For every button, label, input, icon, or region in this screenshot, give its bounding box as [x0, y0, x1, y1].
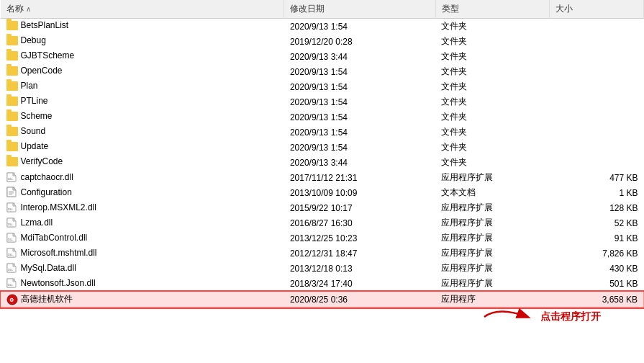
- table-row[interactable]: DLLcaptchaocr.dll2017/11/12 21:31应用程序扩展4…: [1, 170, 644, 185]
- file-size-cell: 128 KB: [549, 200, 644, 215]
- table-row[interactable]: DLLMdiTabControl.dll2013/12/25 10:23应用程序…: [1, 230, 644, 246]
- file-name-cell: BetsPlanList: [1, 19, 284, 32]
- table-row[interactable]: GJBTScheme2020/9/13 3:44文件夹: [1, 49, 644, 64]
- col-name-header[interactable]: 名称 ∧: [1, 0, 284, 19]
- table-row[interactable]: Update2020/9/13 1:54文件夹: [1, 140, 644, 155]
- dll-icon: DLL: [6, 171, 18, 183]
- file-type-cell: 文件夹: [435, 64, 549, 79]
- file-size-cell: [549, 94, 644, 109]
- file-modified-cell: 2013/12/25 10:23: [284, 230, 435, 246]
- table-row[interactable]: BetsPlanList2020/9/13 1:54文件夹: [1, 19, 644, 35]
- file-type-cell: 应用程序扩展: [435, 200, 549, 215]
- file-modified-cell: 2012/12/31 18:47: [284, 246, 435, 261]
- svg-text:⚙: ⚙: [9, 297, 14, 302]
- table-row[interactable]: VerifyCode2020/9/13 3:44文件夹: [1, 155, 644, 170]
- file-size-cell: [549, 79, 644, 94]
- file-modified-cell: 2020/9/13 1:54: [284, 79, 435, 94]
- file-modified-cell: 2018/3/24 17:40: [284, 276, 435, 292]
- file-name-text: Newtonsoft.Json.dll: [21, 278, 96, 288]
- file-type-cell: 应用程序扩展: [435, 215, 549, 230]
- file-name-cell: DLLMySql.Data.dll: [1, 261, 284, 275]
- file-name-cell: DLLNewtonsoft.Json.dll: [1, 276, 284, 290]
- file-name-cell: Scheme: [1, 109, 284, 122]
- folder-icon: [6, 51, 18, 60]
- file-name-text: Configuration: [21, 187, 72, 197]
- file-name-text: captchaocr.dll: [21, 172, 73, 182]
- file-name-text: Sound: [21, 126, 46, 136]
- file-modified-cell: 2017/11/12 21:31: [284, 170, 435, 185]
- annotation-text: 点击程序打开: [540, 310, 601, 323]
- file-name-text: Microsoft.mshtml.dll: [21, 248, 97, 258]
- file-name-text: Plan: [21, 81, 38, 91]
- file-name-cell: Debug: [1, 34, 284, 47]
- file-size-cell: 1 KB: [549, 185, 644, 200]
- file-name-cell: GJBTScheme: [1, 49, 284, 62]
- file-name-text: BetsPlanList: [21, 20, 69, 30]
- dll-icon: DLL: [6, 202, 18, 213]
- file-name-text: OpenCode: [21, 66, 63, 76]
- file-name-cell: Configuration: [1, 185, 284, 200]
- svg-text:DLL: DLL: [8, 238, 14, 241]
- table-row[interactable]: DLLInterop.MSXML2.dll2015/9/22 10:17应用程序…: [1, 200, 644, 215]
- folder-icon: [6, 21, 18, 30]
- file-list-table: 名称 ∧ 修改日期 类型 大小 BetsPlanList2020/9/13 1:…: [0, 0, 644, 308]
- file-type-cell: 应用程序扩展: [435, 246, 549, 261]
- folder-icon: [6, 127, 18, 136]
- file-size-cell: 501 KB: [549, 276, 644, 292]
- file-size-cell: 52 KB: [549, 215, 644, 230]
- file-type-cell: 文件夹: [435, 125, 549, 140]
- table-row[interactable]: Scheme2020/9/13 1:54文件夹: [1, 109, 644, 125]
- table-row[interactable]: PTLine2020/9/13 1:54文件夹: [1, 94, 644, 109]
- col-type-header[interactable]: 类型: [435, 0, 549, 19]
- file-type-cell: 文件夹: [435, 49, 549, 64]
- dll-icon: DLL: [6, 232, 18, 243]
- file-type-cell: 应用程序扩展: [435, 261, 549, 276]
- file-type-cell: 文件夹: [435, 79, 549, 94]
- file-modified-cell: 2015/9/22 10:17: [284, 200, 435, 215]
- file-type-cell: 文件夹: [435, 109, 549, 125]
- file-modified-cell: 2020/9/13 1:54: [284, 140, 435, 155]
- table-row[interactable]: DLLLzma.dll2016/8/27 16:30应用程序扩展52 KB: [1, 215, 644, 230]
- file-modified-cell: 2020/9/13 1:54: [284, 19, 435, 35]
- table-row[interactable]: Plan2020/9/13 1:54文件夹: [1, 79, 644, 94]
- file-type-cell: 应用程序扩展: [435, 170, 549, 185]
- file-modified-cell: 2020/9/13 3:44: [284, 155, 435, 170]
- file-size-cell: 7,826 KB: [549, 246, 644, 261]
- file-name-text: 高德挂机软件: [21, 293, 73, 305]
- file-size-cell: [549, 49, 644, 64]
- file-size-cell: [549, 140, 644, 155]
- file-type-cell: 应用程序扩展: [435, 276, 549, 292]
- file-name-cell: DLLMicrosoft.mshtml.dll: [1, 246, 284, 260]
- folder-icon: [6, 112, 18, 121]
- col-size-header[interactable]: 大小: [549, 0, 644, 19]
- file-type-cell: 文件夹: [435, 155, 549, 170]
- svg-text:DLL: DLL: [8, 283, 14, 287]
- file-size-cell: [549, 19, 644, 35]
- table-row[interactable]: OpenCode2020/9/13 1:54文件夹: [1, 64, 644, 79]
- table-row[interactable]: DLLMySql.Data.dll2013/12/18 0:13应用程序扩展43…: [1, 261, 644, 276]
- table-row[interactable]: DLLMicrosoft.mshtml.dll2012/12/31 18:47应…: [1, 246, 644, 261]
- file-modified-cell: 2013/12/18 0:13: [284, 261, 435, 276]
- file-name-text: GJBTScheme: [21, 50, 75, 60]
- file-modified-cell: 2020/8/25 0:36: [284, 292, 435, 308]
- file-list-body: BetsPlanList2020/9/13 1:54文件夹Debug2019/1…: [1, 19, 644, 308]
- file-size-cell: [549, 155, 644, 170]
- file-name-text: Lzma.dll: [21, 218, 53, 228]
- table-row[interactable]: Configuration2013/10/09 10:09文本文档1 KB: [1, 185, 644, 200]
- file-name-text: Debug: [21, 35, 46, 45]
- annotation-container: 点击程序打开: [477, 302, 601, 331]
- exe-icon: ⚙: [6, 294, 18, 305]
- svg-text:DLL: DLL: [8, 268, 14, 272]
- dll-icon: DLL: [6, 247, 18, 259]
- table-row[interactable]: DLLNewtonsoft.Json.dll2018/3/24 17:40应用程…: [1, 276, 644, 292]
- file-modified-cell: 2016/8/27 16:30: [284, 215, 435, 230]
- table-row[interactable]: Debug2019/12/20 0:28文件夹: [1, 34, 644, 49]
- sort-arrow-icon: ∧: [26, 5, 31, 13]
- file-name-text: MySql.Data.dll: [21, 263, 76, 273]
- folder-icon: [6, 36, 18, 45]
- file-type-cell: 文件夹: [435, 19, 549, 35]
- table-row[interactable]: Sound2020/9/13 1:54文件夹: [1, 125, 644, 140]
- dll-icon: DLL: [6, 262, 18, 274]
- file-modified-cell: 2020/9/13 1:54: [284, 64, 435, 79]
- col-modified-header[interactable]: 修改日期: [284, 0, 435, 19]
